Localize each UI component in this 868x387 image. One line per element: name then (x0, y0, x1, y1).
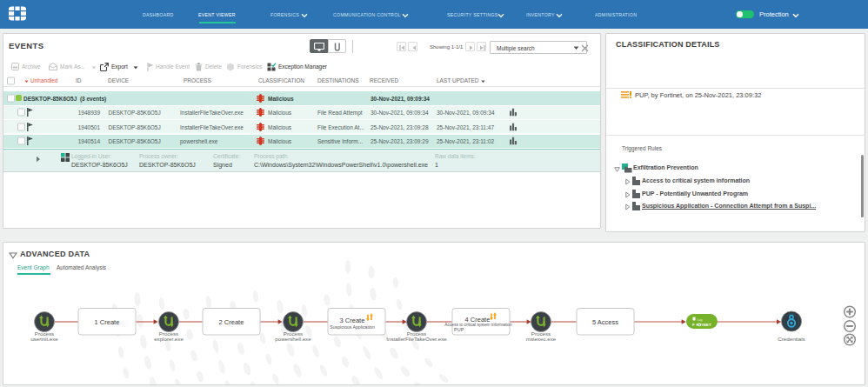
svg-text:2 Create: 2 Create (219, 318, 244, 326)
svg-text:Credentials: Credentials (778, 336, 805, 342)
svg-text:Log: Log (698, 318, 703, 322)
svg-text:F RTINET: F RTINET (692, 323, 711, 327)
svg-text:PUP: PUP (454, 327, 464, 332)
svg-text:powershell.exe: powershell.exe (275, 336, 311, 342)
svg-text:1 Create: 1 Create (95, 318, 120, 326)
svg-text:msiexec.exe: msiexec.exe (526, 336, 557, 342)
svg-text:5 Access: 5 Access (592, 318, 618, 326)
svg-text:Suspicious Application: Suspicious Application (330, 324, 375, 330)
svg-text:explorer.exe: explorer.exe (154, 336, 184, 342)
svg-text:userinit.exe: userinit.exe (30, 336, 58, 342)
svg-text:InstallerFileTakeOver.exe: InstallerFileTakeOver.exe (386, 336, 447, 342)
